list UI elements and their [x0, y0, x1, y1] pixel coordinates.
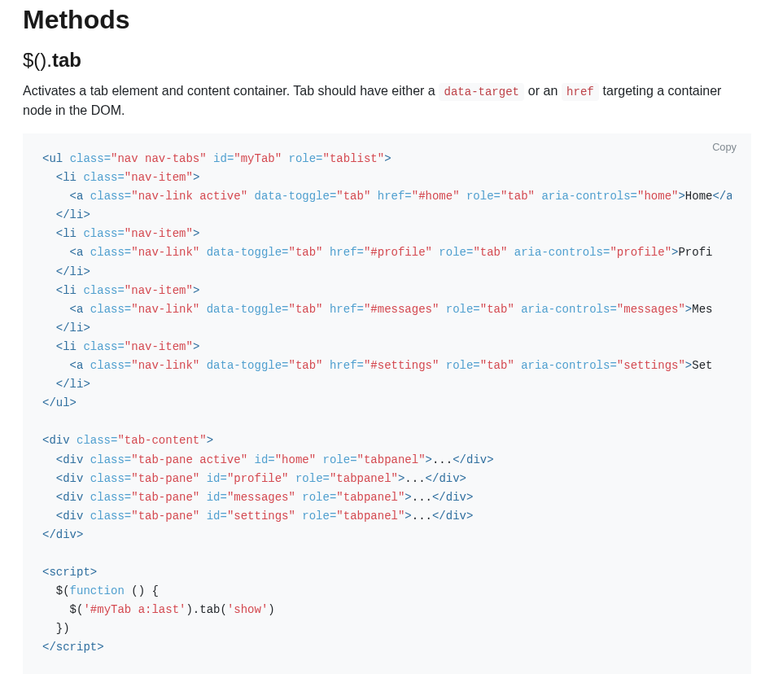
inline-code-href: href: [562, 83, 599, 101]
method-suffix: tab: [52, 49, 81, 71]
section-title: Methods: [23, 0, 751, 39]
method-name: $().tab: [23, 46, 751, 75]
method-prefix: $().: [23, 49, 52, 71]
inline-code-data-target: data-target: [439, 83, 524, 101]
copy-button[interactable]: Copy: [707, 140, 741, 154]
method-description: Activates a tab element and content cont…: [23, 81, 751, 120]
code-example: Copy <ul class="nav nav-tabs" id="myTab"…: [23, 133, 751, 674]
code-pre[interactable]: <ul class="nav nav-tabs" id="myTab" role…: [42, 150, 732, 658]
